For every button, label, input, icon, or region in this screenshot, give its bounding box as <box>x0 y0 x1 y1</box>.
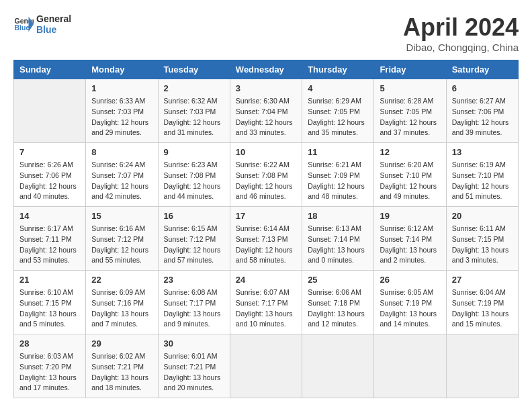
day-number: 11 <box>308 147 368 157</box>
calendar-cell: 24Sunrise: 6:07 AMSunset: 7:17 PMDayligh… <box>230 271 302 334</box>
calendar-cell: 11Sunrise: 6:21 AMSunset: 7:09 PMDayligh… <box>302 143 374 207</box>
day-info: Sunrise: 6:01 AMSunset: 7:21 PMDaylight:… <box>164 351 224 394</box>
calendar-cell: 25Sunrise: 6:06 AMSunset: 7:18 PMDayligh… <box>302 271 374 334</box>
day-number: 16 <box>164 211 224 221</box>
day-number: 10 <box>236 147 296 157</box>
calendar-cell: 13Sunrise: 6:19 AMSunset: 7:10 PMDayligh… <box>446 143 518 207</box>
day-info: Sunrise: 6:19 AMSunset: 7:10 PMDaylight:… <box>452 160 513 202</box>
calendar-table: SundayMondayTuesdayWednesdayThursdayFrid… <box>13 60 519 398</box>
day-info: Sunrise: 6:28 AMSunset: 7:05 PMDaylight:… <box>380 96 440 138</box>
calendar-cell: 6Sunrise: 6:27 AMSunset: 7:06 PMDaylight… <box>446 79 518 143</box>
day-info: Sunrise: 6:04 AMSunset: 7:19 PMDaylight:… <box>452 287 513 330</box>
calendar-cell: 15Sunrise: 6:16 AMSunset: 7:12 PMDayligh… <box>86 207 158 271</box>
calendar-cell: 30Sunrise: 6:01 AMSunset: 7:21 PMDayligh… <box>158 334 230 398</box>
day-number: 27 <box>452 275 513 285</box>
day-info: Sunrise: 6:07 AMSunset: 7:17 PMDaylight:… <box>236 287 296 330</box>
day-info: Sunrise: 6:13 AMSunset: 7:14 PMDaylight:… <box>308 224 368 266</box>
day-number: 28 <box>19 338 80 349</box>
day-info: Sunrise: 6:14 AMSunset: 7:13 PMDaylight:… <box>236 224 296 266</box>
calendar-cell: 8Sunrise: 6:24 AMSunset: 7:07 PMDaylight… <box>86 143 158 207</box>
calendar-cell: 22Sunrise: 6:09 AMSunset: 7:16 PMDayligh… <box>86 271 158 334</box>
day-number: 3 <box>236 83 296 93</box>
header-monday: Monday <box>86 60 158 79</box>
calendar-cell: 3Sunrise: 6:30 AMSunset: 7:04 PMDaylight… <box>230 79 302 143</box>
calendar-cell: 18Sunrise: 6:13 AMSunset: 7:14 PMDayligh… <box>302 207 374 271</box>
day-number: 29 <box>91 338 152 349</box>
day-info: Sunrise: 6:17 AMSunset: 7:11 PMDaylight:… <box>19 224 80 266</box>
day-info: Sunrise: 6:21 AMSunset: 7:09 PMDaylight:… <box>308 160 368 202</box>
day-info: Sunrise: 6:16 AMSunset: 7:12 PMDaylight:… <box>91 224 152 266</box>
day-info: Sunrise: 6:09 AMSunset: 7:16 PMDaylight:… <box>91 287 152 330</box>
header-tuesday: Tuesday <box>158 60 230 79</box>
calendar-cell <box>374 334 446 398</box>
calendar-cell: 28Sunrise: 6:03 AMSunset: 7:20 PMDayligh… <box>14 334 86 398</box>
day-number: 30 <box>164 338 224 349</box>
day-number: 7 <box>19 147 80 157</box>
header-saturday: Saturday <box>446 60 518 79</box>
logo-icon: General Blue <box>13 14 34 34</box>
calendar-cell: 4Sunrise: 6:29 AMSunset: 7:05 PMDaylight… <box>302 79 374 143</box>
calendar-cell: 17Sunrise: 6:14 AMSunset: 7:13 PMDayligh… <box>230 207 302 271</box>
day-info: Sunrise: 6:33 AMSunset: 7:03 PMDaylight:… <box>91 96 152 138</box>
calendar-cell: 19Sunrise: 6:12 AMSunset: 7:14 PMDayligh… <box>374 207 446 271</box>
day-number: 15 <box>91 211 152 221</box>
day-number: 1 <box>91 83 152 93</box>
calendar-cell: 10Sunrise: 6:22 AMSunset: 7:08 PMDayligh… <box>230 143 302 207</box>
day-number: 12 <box>380 147 440 157</box>
header-wednesday: Wednesday <box>230 60 302 79</box>
calendar-cell: 23Sunrise: 6:08 AMSunset: 7:17 PMDayligh… <box>158 271 230 334</box>
day-number: 9 <box>164 147 224 157</box>
calendar-cell: 5Sunrise: 6:28 AMSunset: 7:05 PMDaylight… <box>374 79 446 143</box>
title-block: April 2024 Dibao, Chongqing, China <box>403 13 519 53</box>
calendar-cell: 29Sunrise: 6:02 AMSunset: 7:21 PMDayligh… <box>86 334 158 398</box>
day-number: 26 <box>380 275 440 285</box>
day-number: 25 <box>308 275 368 285</box>
week-row-1: 1Sunrise: 6:33 AMSunset: 7:03 PMDaylight… <box>14 79 519 143</box>
calendar-cell: 21Sunrise: 6:10 AMSunset: 7:15 PMDayligh… <box>14 271 86 334</box>
week-row-4: 21Sunrise: 6:10 AMSunset: 7:15 PMDayligh… <box>14 271 519 334</box>
day-number: 13 <box>452 147 513 157</box>
day-info: Sunrise: 6:23 AMSunset: 7:08 PMDaylight:… <box>164 160 224 202</box>
day-info: Sunrise: 6:03 AMSunset: 7:20 PMDaylight:… <box>19 351 80 394</box>
day-number: 6 <box>452 83 513 93</box>
calendar-cell: 2Sunrise: 6:32 AMSunset: 7:03 PMDaylight… <box>158 79 230 143</box>
calendar-cell <box>446 334 518 398</box>
logo-line1: General <box>36 13 71 24</box>
week-row-2: 7Sunrise: 6:26 AMSunset: 7:06 PMDaylight… <box>14 143 519 207</box>
day-number: 23 <box>164 275 224 285</box>
header-friday: Friday <box>374 60 446 79</box>
day-info: Sunrise: 6:12 AMSunset: 7:14 PMDaylight:… <box>380 224 440 266</box>
day-number: 20 <box>452 211 513 221</box>
day-number: 5 <box>380 83 440 93</box>
header-sunday: Sunday <box>14 60 86 79</box>
day-number: 17 <box>236 211 296 221</box>
location: Dibao, Chongqing, China <box>403 42 519 53</box>
calendar-cell: 27Sunrise: 6:04 AMSunset: 7:19 PMDayligh… <box>446 271 518 334</box>
calendar-cell: 14Sunrise: 6:17 AMSunset: 7:11 PMDayligh… <box>14 207 86 271</box>
day-number: 24 <box>236 275 296 285</box>
svg-text:Blue: Blue <box>15 24 30 32</box>
calendar-cell <box>302 334 374 398</box>
day-number: 22 <box>91 275 152 285</box>
week-row-5: 28Sunrise: 6:03 AMSunset: 7:20 PMDayligh… <box>14 334 519 398</box>
calendar-body: 1Sunrise: 6:33 AMSunset: 7:03 PMDaylight… <box>14 79 519 398</box>
day-info: Sunrise: 6:20 AMSunset: 7:10 PMDaylight:… <box>380 160 440 202</box>
day-number: 21 <box>19 275 80 285</box>
day-info: Sunrise: 6:24 AMSunset: 7:07 PMDaylight:… <box>91 160 152 202</box>
week-row-3: 14Sunrise: 6:17 AMSunset: 7:11 PMDayligh… <box>14 207 519 271</box>
day-number: 4 <box>308 83 368 93</box>
calendar-header-row: SundayMondayTuesdayWednesdayThursdayFrid… <box>14 60 519 79</box>
day-number: 19 <box>380 211 440 221</box>
day-info: Sunrise: 6:02 AMSunset: 7:21 PMDaylight:… <box>91 351 152 394</box>
calendar-cell: 20Sunrise: 6:11 AMSunset: 7:15 PMDayligh… <box>446 207 518 271</box>
day-info: Sunrise: 6:05 AMSunset: 7:19 PMDaylight:… <box>380 287 440 330</box>
day-info: Sunrise: 6:29 AMSunset: 7:05 PMDaylight:… <box>308 96 368 138</box>
page-header: General Blue General Blue April 2024 Dib… <box>13 13 519 53</box>
day-number: 2 <box>164 83 224 93</box>
day-number: 18 <box>308 211 368 221</box>
month-title: April 2024 <box>403 13 519 42</box>
day-info: Sunrise: 6:15 AMSunset: 7:12 PMDaylight:… <box>164 224 224 266</box>
calendar-cell <box>230 334 302 398</box>
day-info: Sunrise: 6:27 AMSunset: 7:06 PMDaylight:… <box>452 96 513 138</box>
logo: General Blue General Blue <box>13 13 71 35</box>
